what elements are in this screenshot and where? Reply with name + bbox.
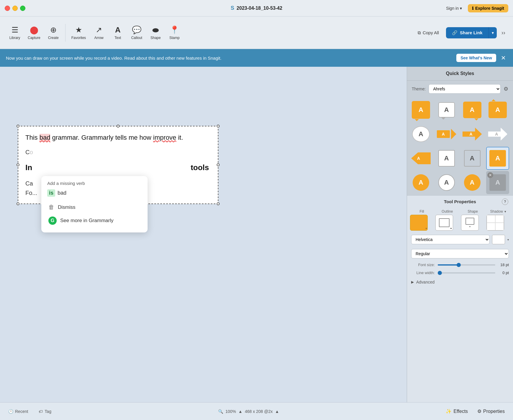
stamp-button[interactable]: 📍 Stamp — [166, 24, 183, 42]
more-options-button[interactable]: ›› — [500, 27, 507, 38]
text-color-swatch[interactable] — [492, 235, 505, 244]
callout-button[interactable]: 💬 Callout — [128, 24, 146, 42]
style-item-4[interactable]: A — [486, 98, 509, 121]
handle-ml[interactable] — [17, 163, 19, 166]
properties-button[interactable]: ⚙ Properties — [475, 407, 507, 415]
callout-tail-3 — [474, 118, 478, 121]
library-button[interactable]: ☰ Library — [6, 24, 24, 42]
style-item-14[interactable]: A — [435, 171, 458, 194]
handle-tc[interactable] — [117, 125, 120, 128]
share-link-dropdown-button[interactable]: ▾ — [489, 27, 497, 38]
style-item-1[interactable]: A — [409, 98, 432, 121]
style-item-11[interactable]: A — [461, 147, 484, 170]
handle-br[interactable] — [217, 202, 220, 205]
sign-in-button[interactable]: Sign in ▾ — [444, 5, 464, 12]
text-icon: A — [115, 25, 121, 35]
explore-snagit-button[interactable]: ℹ Explore Snagit — [468, 4, 508, 12]
font-style-select[interactable]: Regular — [411, 249, 509, 258]
shadow-label-text: Shadow — [490, 209, 503, 214]
theme-select[interactable]: Ahrefs — [429, 84, 501, 94]
trash-icon: 🗑 — [48, 204, 54, 211]
close-button[interactable] — [5, 6, 10, 11]
style-item-9[interactable]: A — [409, 147, 432, 170]
arrow-button[interactable]: ↗ Arrow — [90, 24, 108, 42]
style-item-10[interactable]: A — [435, 147, 458, 170]
shape-dropdown-icon: ▾ — [469, 225, 470, 228]
status-right: ✨ Effects ⚙ Properties — [443, 407, 507, 415]
style-item-5[interactable]: A — [409, 123, 432, 146]
favorites-label: Favorites — [71, 36, 86, 40]
style-item-3[interactable]: A — [461, 98, 484, 121]
capture-icon: ⬤ — [30, 25, 38, 35]
fill-color-swatch[interactable]: ▾ — [410, 215, 428, 231]
see-whats-new-button[interactable]: See What's New — [456, 54, 496, 62]
handle-bl[interactable] — [17, 202, 19, 205]
right-panel: Quick Styles Theme: Ahrefs ⚙ A A — [407, 67, 513, 402]
maximize-button[interactable] — [20, 6, 25, 11]
title-bar: S 2023-04-18_10-53-42 Sign in ▾ ℹ Explor… — [0, 0, 513, 17]
minimize-button[interactable] — [12, 6, 18, 11]
outline-swatch[interactable]: ▾ — [435, 215, 453, 231]
status-center: 🔍 100% ▲ 468 x 208 @2x ▲ — [60, 409, 438, 414]
properties-label: Properties — [483, 409, 505, 414]
fill-label: Fill — [410, 209, 434, 214]
tool-properties-header: Tool Properties ? — [407, 196, 513, 208]
font-size-thumb[interactable] — [457, 263, 461, 267]
capture-label: Capture — [28, 36, 40, 40]
traffic-lights — [5, 6, 25, 11]
notification-close-button[interactable]: ✕ — [500, 53, 507, 63]
help-button[interactable]: ? — [502, 198, 508, 205]
tag-icon: 🏷 — [39, 409, 43, 414]
handle-mr[interactable] — [217, 163, 220, 166]
shadow-dropdown-icon: ▾ — [504, 210, 506, 213]
window-title: 2023-04-18_10-53-42 — [237, 6, 282, 11]
style-item-2[interactable]: A — [435, 98, 458, 121]
toolbar-right-actions: ⧉ Copy All 🔗 Share Link ▾ ›› — [414, 27, 507, 38]
copy-all-button[interactable]: ⧉ Copy All — [414, 28, 443, 38]
shape-button[interactable]: ⬬ Shape — [147, 24, 164, 42]
font-family-select[interactable]: Helvetica — [411, 235, 490, 244]
style-item-6[interactable]: A — [435, 123, 458, 146]
shape-label: Shape — [151, 36, 161, 40]
handle-tl[interactable] — [17, 125, 19, 128]
stamp-label: Stamp — [169, 36, 180, 40]
style-item-16[interactable]: ✕ A — [486, 171, 509, 194]
grammarly-more-action[interactable]: G See more in Grammarly — [47, 214, 142, 228]
tag-button[interactable]: 🏷 Tag — [36, 408, 54, 415]
style-item-13[interactable]: A — [409, 171, 432, 194]
gear-icon[interactable]: ⚙ — [504, 86, 508, 92]
share-link-button[interactable]: 🔗 Share Link — [446, 27, 489, 38]
sign-in-label: Sign in — [446, 6, 459, 11]
text-ca: Ca — [25, 180, 33, 187]
canvas-area[interactable]: This bad grammar. Grammarly tells me how… — [0, 67, 407, 402]
line-width-slider[interactable] — [438, 272, 495, 274]
style-item-8[interactable]: A — [486, 123, 509, 146]
chevron-down-icon: ▾ — [460, 6, 462, 11]
handle-tr[interactable] — [217, 125, 220, 128]
line-width-row: Line width: 0 pt — [407, 269, 513, 277]
effects-button[interactable]: ✨ Effects — [443, 407, 470, 415]
quick-styles-title: Quick Styles — [446, 71, 474, 76]
shape-swatch[interactable]: ▾ — [461, 215, 479, 231]
font-size-slider[interactable] — [438, 264, 495, 266]
theme-row: Theme: Ahrefs ⚙ — [407, 81, 513, 97]
create-button[interactable]: ⊕ Create — [45, 24, 62, 42]
suggestion-bad: bad — [58, 190, 66, 196]
text-tools: tools — [191, 162, 209, 174]
capture-button[interactable]: ⬤ Capture — [25, 24, 43, 42]
text-line2: Co — [25, 147, 211, 157]
grammarly-dismiss-action[interactable]: 🗑 Dismiss — [47, 201, 142, 214]
style-item-12[interactable]: A — [486, 147, 509, 170]
shadow-swatch[interactable] — [486, 215, 504, 231]
line-width-thumb[interactable] — [438, 271, 442, 275]
style-item-15[interactable]: A — [461, 171, 484, 194]
text-rest2: it. — [176, 134, 183, 141]
dismiss-label: Dismiss — [58, 204, 76, 210]
favorites-button[interactable]: ★ Favorites — [68, 24, 89, 42]
font-size-value: 18 pt — [498, 263, 509, 267]
text-label: Text — [115, 36, 121, 40]
style-item-7[interactable]: A — [461, 123, 484, 146]
advanced-row[interactable]: ▶ Advanced — [407, 277, 513, 287]
text-button[interactable]: A Text — [109, 24, 127, 42]
recent-button[interactable]: 🕐 Recent — [6, 408, 30, 415]
